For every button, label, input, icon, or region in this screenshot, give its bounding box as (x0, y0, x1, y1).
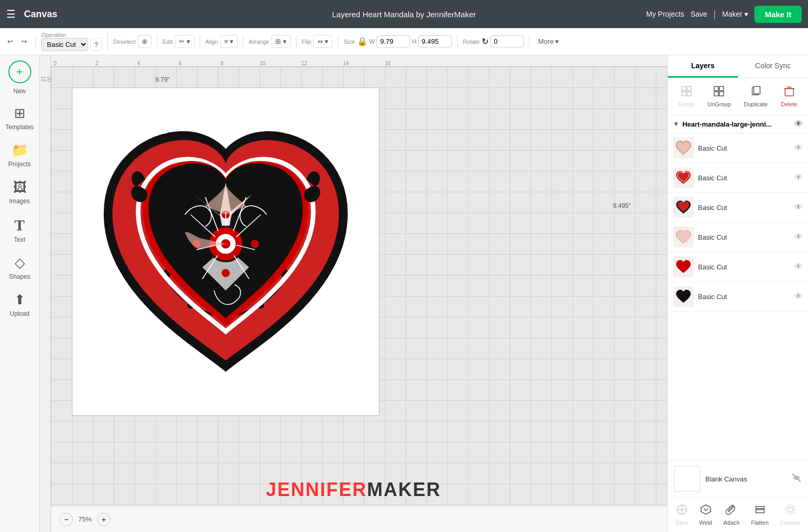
sidebar-item-images[interactable]: 🖼 Images (2, 174, 38, 210)
make-it-button[interactable]: Make It (754, 6, 802, 23)
width-indicator: 9.79" (155, 76, 170, 83)
svg-rect-34 (719, 92, 724, 96)
weld-button[interactable]: Weld (696, 502, 715, 528)
layer-item[interactable]: Basic Cut 👁 (668, 133, 808, 163)
sidebar-item-upload[interactable]: ⬆ Upload (2, 287, 38, 323)
svg-line-51 (706, 509, 708, 511)
operation-help-button[interactable]: ? (90, 38, 102, 51)
more-button[interactable]: More ▾ (535, 35, 562, 47)
deselect-button[interactable]: ⊕ (138, 35, 152, 48)
layer-visibility-button-2[interactable]: 👁 (794, 173, 803, 182)
group-icon (681, 85, 692, 100)
panel-bottom: Blank Canvas (668, 460, 808, 532)
ungroup-icon (713, 85, 725, 100)
operation-select[interactable]: Basic Cut (41, 38, 88, 51)
flip-button[interactable]: ⇔ ▾ (313, 35, 333, 48)
heart-svg-container[interactable] (80, 95, 372, 392)
layer-thumb-6 (673, 286, 694, 307)
edit-button[interactable]: ✂ ▾ (175, 35, 194, 48)
layer-name-4: Basic Cut (698, 233, 790, 241)
sidebar-item-projects[interactable]: 📁 Projects (2, 137, 38, 173)
flip-label: Flip (302, 39, 311, 45)
height-indicator: 9.495" (613, 202, 631, 209)
new-button[interactable]: + (8, 60, 31, 83)
slice-icon (676, 504, 688, 518)
svg-point-17 (251, 240, 259, 248)
contour-button[interactable]: Contour (777, 502, 803, 528)
align-label: Align (205, 39, 218, 45)
my-projects-button[interactable]: My Projects (646, 10, 684, 18)
maker-button[interactable]: Maker ▾ (722, 10, 748, 18)
zoom-in-button[interactable]: + (97, 513, 111, 526)
layer-item[interactable]: Basic Cut 👁 (668, 163, 808, 193)
svg-rect-27 (682, 86, 686, 91)
svg-point-55 (788, 507, 793, 512)
watermark-maker: MAKER (367, 479, 441, 500)
rotate-label: Rotate (463, 39, 480, 45)
height-label: H (412, 38, 417, 45)
duplicate-icon (750, 85, 762, 100)
svg-point-15 (222, 269, 230, 277)
flatten-button[interactable]: Flatten (748, 502, 772, 528)
arrange-label: Arrange (249, 39, 269, 45)
height-input[interactable] (418, 35, 452, 47)
deselect-group: Deselect ⊕ (113, 35, 157, 48)
redo-button[interactable]: ↪ (18, 35, 30, 47)
tab-color-sync[interactable]: Color Sync (738, 55, 809, 78)
layer-group-header[interactable]: ▼ Heart-mandala-large-jenni... 👁 (668, 115, 808, 133)
contour-icon (785, 504, 796, 518)
rotate-input[interactable] (490, 35, 524, 47)
undo-button[interactable]: ↩ (4, 35, 16, 47)
blank-canvas-visibility-button[interactable] (791, 473, 802, 485)
size-label: Size (344, 39, 354, 45)
hamburger-icon[interactable]: ☰ (6, 8, 16, 20)
layer-thumb-5 (673, 256, 694, 277)
sidebar-item-templates[interactable]: ⊞ Templates (2, 100, 38, 136)
layer-visibility-button-6[interactable]: 👁 (794, 292, 803, 301)
size-group: Size 🔒 W H (344, 35, 457, 47)
canvas-grid: 9.79" (51, 67, 667, 506)
attach-button[interactable]: Attach (720, 502, 743, 528)
layer-item[interactable]: Basic Cut 👁 (668, 252, 808, 282)
undo-redo-group: ↩ ↪ (4, 35, 36, 47)
group-button[interactable]: Group (676, 83, 698, 109)
templates-icon: ⊞ (14, 105, 26, 121)
svg-rect-30 (687, 92, 691, 96)
right-panel: Layers Color Sync Group (667, 55, 808, 532)
nav-divider: | (714, 9, 716, 20)
svg-rect-31 (714, 86, 718, 91)
layer-item[interactable]: Basic Cut 👁 (668, 193, 808, 222)
layer-thumb-2 (673, 167, 694, 188)
slice-button[interactable]: Slice (672, 502, 691, 528)
save-button[interactable]: Save (691, 10, 707, 18)
canvas-area[interactable]: 0 2 4 6 8 10 12 0 2 4 6 8 10 12 14 16 (40, 55, 667, 532)
sidebar-item-shapes[interactable]: ◇ Shapes (2, 250, 38, 286)
attach-icon (726, 504, 737, 518)
duplicate-button[interactable]: Duplicate (741, 83, 771, 109)
arrange-button[interactable]: ⊞ ▾ (271, 35, 291, 48)
upload-icon: ⬆ (14, 292, 26, 308)
layer-visibility-button-1[interactable]: 👁 (794, 143, 803, 153)
sidebar-item-text[interactable]: T Text (2, 211, 38, 249)
layer-visibility-button-4[interactable]: 👁 (794, 232, 803, 242)
ungroup-button[interactable]: UnGroup (704, 83, 734, 109)
heart-mandala-svg[interactable] (80, 95, 372, 392)
width-input[interactable] (376, 35, 410, 47)
svg-point-54 (786, 505, 795, 514)
edit-label: Edit (163, 39, 173, 45)
layer-group-visibility-button[interactable]: 👁 (794, 119, 803, 129)
deselect-label: Deselect (113, 39, 136, 45)
layer-item[interactable]: Basic Cut 👁 (668, 222, 808, 252)
edit-group: Edit ✂ ▾ (163, 35, 200, 48)
zoom-out-button[interactable]: − (59, 513, 73, 526)
sidebar-item-label-text: Text (14, 236, 25, 243)
svg-point-43 (682, 205, 685, 208)
svg-rect-53 (756, 510, 764, 513)
toolbar: ↩ ↪ Operation Basic Cut ? Deselect ⊕ Edi… (0, 28, 808, 55)
tab-layers[interactable]: Layers (668, 55, 738, 78)
align-button[interactable]: ≡ ▾ (220, 35, 238, 48)
layer-visibility-button-3[interactable]: 👁 (794, 203, 803, 212)
layer-visibility-button-5[interactable]: 👁 (794, 262, 803, 271)
delete-button[interactable]: Delete (778, 83, 801, 109)
layer-item[interactable]: Basic Cut 👁 (668, 282, 808, 312)
